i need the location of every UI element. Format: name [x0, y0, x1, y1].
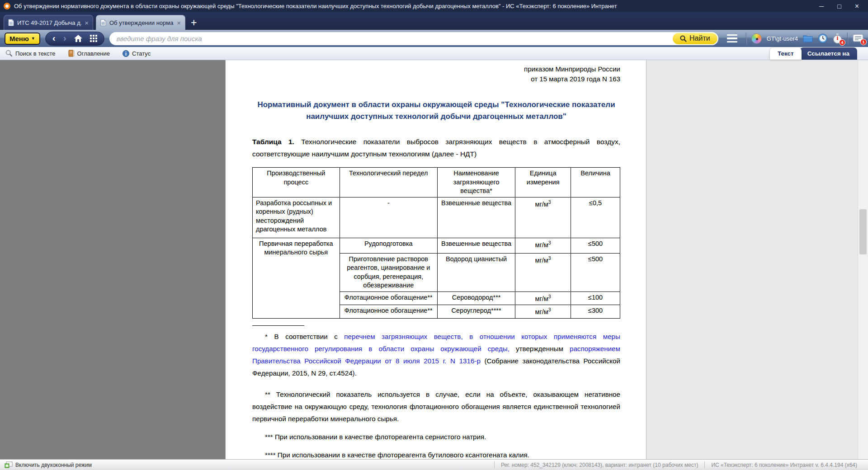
footnote-quad-star: **** При использовании в качестве флотор… — [252, 449, 620, 459]
approval-line: приказом Минприроды России — [252, 64, 620, 74]
cell-value: ≤300 — [571, 305, 620, 318]
table-row: Первичная переработка минерального сырья… — [253, 238, 620, 253]
app-logo-icon — [4, 3, 10, 9]
status-info: Рег. номер: 452_342129 (ключ: 2008143), … — [494, 461, 863, 468]
minimize-button[interactable]: ─ — [819, 3, 824, 9]
dual-pane-toggle[interactable]: Включить двухоконный режим — [5, 461, 92, 468]
footnote-triple-star: *** При использовании в качестве флоторе… — [252, 431, 620, 443]
column-header: Технологический передел — [340, 168, 437, 197]
cell-substance: Водород цианистый — [437, 253, 515, 291]
search-bar: Найти — [109, 32, 718, 45]
apps-grid-button[interactable] — [90, 35, 97, 42]
table-of-contents-button[interactable]: Оглавление — [68, 50, 110, 57]
info-icon — [123, 50, 129, 57]
approval-block: приказом Минприроды России от 15 марта 2… — [252, 64, 620, 84]
view-tab-text[interactable]: Текст — [770, 47, 802, 60]
cell-unit: мг/м3 — [515, 305, 571, 318]
title-bar: Об утверждении нормативного документа в … — [0, 0, 868, 12]
user-name: GT\gt-user4 — [767, 35, 798, 42]
cell-stage: Флотационное обогащение** — [340, 305, 437, 318]
search-in-text-button[interactable]: Поиск в тексте — [5, 50, 56, 57]
search-icon — [680, 35, 687, 42]
document-toolbar: Поиск в тексте Оглавление Статус Текст С… — [0, 47, 868, 60]
hamburger-menu-button[interactable] — [723, 34, 741, 43]
messages-button[interactable]: 1 — [853, 34, 863, 43]
table1-caption-text: Технологические показатели выбросов загр… — [252, 138, 620, 158]
status-button[interactable]: Статус — [123, 50, 151, 57]
new-tab-button[interactable]: + — [191, 18, 197, 28]
page-margin-right — [646, 60, 858, 459]
cell-value: ≤0,5 — [571, 197, 620, 238]
dual-pane-icon — [5, 461, 13, 468]
cell-stage: Рудоподготовка — [340, 238, 437, 253]
document-tab-2[interactable]: Об утверждении норма... × — [96, 15, 185, 30]
close-button[interactable]: × — [855, 3, 859, 10]
document-icon — [100, 19, 106, 26]
cell-process: Первичная переработка минерального сырья — [253, 238, 340, 318]
column-header: Единица измерения — [515, 168, 571, 197]
table-header-row: Производственный процесс Технологический… — [253, 168, 620, 197]
cell-substance: Сероуглерод**** — [437, 305, 515, 318]
toolbar-separator — [847, 33, 848, 44]
search-input[interactable] — [117, 35, 673, 42]
cell-value: ≤100 — [571, 291, 620, 305]
find-button[interactable]: Найти — [673, 33, 717, 44]
table1: Производственный процесс Технологический… — [252, 167, 620, 319]
tab-close-icon[interactable]: × — [177, 19, 181, 26]
status-label: Статус — [132, 50, 151, 57]
cell-substance: Сероводород*** — [437, 291, 515, 305]
find-button-label: Найти — [689, 34, 710, 42]
menu-button[interactable]: Меню ▼ — [5, 33, 40, 45]
cell-stage: - — [340, 197, 437, 238]
back-button[interactable]: ‹ — [52, 33, 56, 42]
document-tab-1[interactable]: ИТС 49-2017 Добыча д... × — [4, 15, 93, 30]
menu-button-label: Меню — [9, 35, 29, 42]
document-title: Нормативный документ в области охраны ок… — [252, 99, 620, 122]
table-row: Разработка россыпных и коренных (рудных)… — [253, 197, 620, 238]
status-bar: Включить двухоконный режим Рег. номер: 4… — [0, 459, 868, 470]
cell-stage: Приготовление растворов реагентов, циани… — [340, 253, 437, 291]
document-icon — [8, 19, 14, 26]
table1-caption: Таблица 1. Технологические показатели вы… — [252, 136, 620, 160]
cell-substance: Взвешенные вещества — [437, 238, 515, 253]
cell-value: ≤500 — [571, 238, 620, 253]
footnote-double-star: ** Технологический показатель использует… — [252, 388, 620, 425]
history-clock-button[interactable] — [818, 33, 828, 43]
view-tabs: Текст Ссылается на — [770, 47, 857, 60]
cell-unit: мг/м3 — [515, 197, 571, 238]
home-button[interactable] — [74, 35, 82, 42]
tab-close-icon[interactable]: × — [85, 19, 89, 26]
messages-badge: 1 — [860, 39, 867, 45]
forward-button[interactable]: › — [63, 33, 66, 42]
timer-button[interactable]: 4 — [833, 33, 842, 44]
scrollbar-thumb[interactable] — [859, 209, 867, 254]
view-tab-references[interactable]: Ссылается на — [800, 47, 857, 60]
content-area: приказом Минприроды России от 15 марта 2… — [0, 60, 868, 459]
document-page: приказом Минприроды России от 15 марта 2… — [225, 60, 646, 459]
table-of-contents-label: Оглавление — [77, 50, 110, 57]
maximize-button[interactable]: □ — [837, 3, 841, 9]
search-icon — [5, 50, 13, 57]
column-header: Наименование загрязняющего вещества* — [437, 168, 515, 197]
window-title: Об утверждении нормативного документа в … — [14, 3, 810, 9]
folder-button[interactable] — [803, 34, 813, 42]
tab-bar: ИТС 49-2017 Добыча д... × Об утверждении… — [0, 12, 868, 30]
text-segment: * В соответствии с — [265, 333, 344, 340]
navigation-group: ‹ › — [45, 32, 104, 46]
approval-line: от 15 марта 2019 года N 163 — [252, 74, 620, 84]
page-margin-left — [0, 60, 225, 459]
toolbar-separator — [746, 33, 746, 44]
user-avatar[interactable] — [751, 33, 762, 44]
cell-unit: мг/м3 — [515, 238, 571, 253]
footnote-divider — [252, 325, 304, 326]
book-icon — [68, 50, 75, 57]
product-version: ИС «Техэксперт: 6 поколение» Интранет v.… — [705, 462, 863, 468]
registration-info: Рег. номер: 452_342129 (ключ: 2008143), … — [495, 462, 704, 468]
cell-value: ≤500 — [571, 253, 620, 291]
search-in-text-label: Поиск в тексте — [15, 50, 56, 57]
tab-label: Об утверждении норма... — [109, 19, 174, 26]
vertical-scrollbar[interactable] — [858, 60, 868, 459]
cell-stage: Флотационное обогащение** — [340, 291, 437, 305]
cell-unit: мг/м3 — [515, 253, 571, 291]
dual-pane-label: Включить двухоконный режим — [15, 462, 92, 468]
